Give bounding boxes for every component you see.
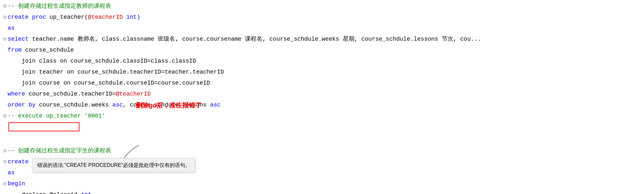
- code-token: where: [8, 89, 25, 99]
- code-line: join class on course_schdule.classID=cla…: [0, 56, 644, 67]
- line-prefix: ⊟: [3, 112, 6, 121]
- code-line: ⊟select teacher.name 教师名, class.classnam…: [0, 34, 644, 45]
- code-token: by: [28, 100, 36, 110]
- code-token: 教师名: [78, 35, 95, 44]
- line-prefix: [3, 90, 6, 99]
- code-token: create: [8, 13, 29, 22]
- code-line: [0, 135, 644, 146]
- code-line: ⊟-- 创建存储过程生成指定字生的课程表: [0, 146, 644, 157]
- code-token: -- execute up_teacher '0001': [8, 111, 105, 121]
- code-token: -- 创建存储过程生成指定教师的课程表: [8, 2, 111, 11]
- line-prefix: [3, 25, 6, 33]
- code-token: , cou...: [453, 35, 481, 44]
- code-token: declare @classid: [8, 190, 81, 194]
- code-token: course_schdule.weeks: [36, 100, 112, 110]
- code-token: 星期: [343, 35, 354, 44]
- code-token: from: [8, 46, 22, 55]
- code-token: [25, 100, 29, 110]
- code-token: course_schdule.teacherID=: [25, 89, 116, 99]
- code-token: , course.coursename: [175, 35, 245, 44]
- code-line: order by course_schdule.weeks asc, cours…: [0, 100, 644, 111]
- code-token: 课程名: [245, 35, 262, 44]
- code-line: ⊟-- execute up_teacher '0001': [0, 111, 644, 122]
- code-token: as: [8, 24, 15, 33]
- line-prefix: [3, 57, 6, 66]
- code-line: join course on course_schdule.courseID=c…: [0, 78, 644, 89]
- code-editor: ⊟-- 创建存储过程生成指定教师的课程表⊟create proc up_teac…: [0, 0, 644, 194]
- code-token: order: [8, 100, 25, 110]
- code-token: [28, 13, 32, 22]
- code-token: , course_schdule.lessons: [354, 35, 442, 44]
- code-token: [28, 157, 32, 167]
- code-token: asc: [112, 100, 123, 110]
- code-token: up_teacher(: [46, 13, 88, 22]
- code-token: @teacherID: [116, 89, 151, 99]
- code-token: begin: [8, 179, 25, 189]
- code-token: int: [81, 190, 91, 194]
- code-token: join course on course_schdule.courseID=c…: [8, 78, 210, 88]
- error-tooltip: 错误的语法:"CREATE PROCEDURE"必须是批处理中仅有的语句。: [32, 158, 195, 172]
- annotation-area: 删除go后，发生报错了: [136, 100, 202, 110]
- code-token: proc: [32, 13, 46, 22]
- line-prefix: [3, 169, 6, 178]
- line-prefix: [3, 46, 6, 55]
- code-token: , course_schdule.weeks: [262, 35, 343, 44]
- code-token: int): [123, 13, 140, 22]
- code-token: @teacherID: [88, 13, 123, 22]
- code-token: 节次: [442, 35, 453, 44]
- code-token: join teacher on course_schdule.teacherID…: [8, 67, 224, 77]
- code-line: [0, 122, 644, 135]
- code-token: course_schdule: [22, 46, 74, 55]
- code-token: as: [8, 168, 15, 178]
- line-prefix: [3, 101, 6, 110]
- code-token: select: [8, 35, 29, 44]
- code-line: ⊟-- 创建存储过程生成指定教师的课程表: [0, 1, 644, 12]
- line-prefix: [3, 135, 6, 144]
- code-line: join teacher on course_schdule.teacherID…: [0, 67, 644, 78]
- code-token: create: [8, 157, 29, 167]
- line-prefix: ⊟: [3, 3, 6, 11]
- line-prefix: ⊟: [3, 14, 6, 22]
- line-prefix: [3, 126, 6, 135]
- line-prefix: ⊟: [3, 158, 6, 167]
- line-prefix: [3, 79, 6, 88]
- code-line: where course_schdule.teacherID=@teacherI…: [0, 89, 644, 100]
- code-line: ⊟create proc up_teacher(@teacherID int): [0, 12, 644, 23]
- code-line: ⊟begin: [0, 179, 644, 190]
- code-line: from course_schdule: [0, 45, 644, 56]
- line-prefix: ⊟: [3, 180, 6, 189]
- code-token: teacher.name: [28, 35, 77, 44]
- line-prefix: ⊟: [3, 147, 6, 156]
- code-token: join class on course_schdule.classID=cla…: [8, 56, 196, 66]
- line-prefix: [3, 191, 6, 194]
- code-line: as: [0, 23, 644, 34]
- code-token: asc: [210, 100, 220, 110]
- empty-line-input[interactable]: [8, 122, 79, 131]
- code-token: 班级名: [158, 35, 175, 44]
- line-prefix: ⊟: [3, 36, 6, 44]
- code-line: declare @classid int: [0, 190, 644, 194]
- annotation-text: 删除go后，发生报错了: [136, 100, 202, 110]
- code-token: , class.classname: [95, 35, 158, 44]
- code-token: -- 创建存储过程生成指定字生的课程表: [8, 146, 111, 156]
- error-tooltip-text: 错误的语法:"CREATE PROCEDURE"必须是批处理中仅有的语句。: [37, 162, 190, 168]
- line-prefix: [3, 68, 6, 77]
